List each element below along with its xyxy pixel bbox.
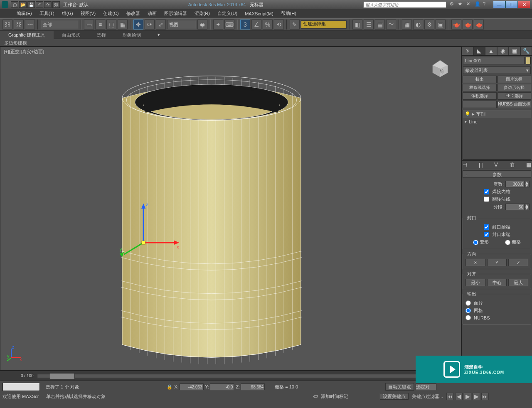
goto-start-icon[interactable]: ⏮ (446, 393, 454, 400)
render-setup-icon[interactable]: ⚙ (424, 20, 434, 29)
modifier-stack[interactable]: 💡▸车削 ▸Line (463, 110, 531, 160)
save-icon[interactable]: 💾 (27, 1, 35, 8)
percent-snap-icon[interactable]: % (263, 20, 273, 29)
menu-group[interactable]: 组(G) (62, 10, 73, 17)
render-production-icon[interactable]: 🫖 (463, 20, 473, 29)
cap-end-checkbox[interactable] (484, 232, 489, 237)
flip-normals-checkbox[interactable] (484, 197, 489, 202)
link-icon[interactable]: ⛓ (52, 1, 60, 8)
viewcube[interactable]: 前 (428, 55, 453, 80)
tab-freeform[interactable]: 自由形式 (54, 31, 89, 39)
named-selection-input[interactable]: 创建选择集 (301, 20, 347, 29)
tab-objectpaint[interactable]: 对象绘制 (114, 31, 149, 39)
window-crossing-icon[interactable]: ▦ (118, 20, 128, 29)
utilities-tab-icon[interactable]: 🔧 (520, 47, 532, 55)
maximize-button[interactable]: ☐ (505, 1, 518, 8)
select-name-icon[interactable]: ≡ (95, 20, 105, 29)
align-max-button[interactable]: 最大 (508, 279, 528, 286)
align-center-button[interactable]: 中心 (487, 279, 507, 286)
coord-x-input[interactable] (180, 383, 204, 390)
bind-spacewarp-icon[interactable]: 〰 (25, 20, 35, 29)
viewport[interactable]: [+][正交][真实+边面] (0, 47, 461, 371)
mod-extrude[interactable]: 挤出 (463, 76, 497, 83)
mod-splinesel[interactable]: 样条线选择 (463, 84, 497, 91)
schematic-icon[interactable]: ▦ (402, 20, 412, 29)
tab-selection[interactable]: 选择 (89, 31, 114, 39)
infocenter-icon[interactable]: ⚙ (450, 1, 456, 8)
axis-x-button[interactable]: X (466, 259, 485, 266)
keyboard-shortcut-icon[interactable]: ⌨ (224, 20, 234, 29)
tab-graphite[interactable]: Graphite 建模工具 (0, 31, 54, 39)
make-unique-icon[interactable]: ∀ (494, 162, 498, 168)
coord-y-input[interactable] (210, 383, 234, 390)
close-button[interactable]: ✕ (518, 1, 530, 8)
render-icon[interactable]: 🫖 (451, 20, 461, 29)
exchange-icon[interactable]: ✕ (466, 1, 473, 8)
stack-item-line[interactable]: ▸Line (463, 118, 531, 125)
axis-y-button[interactable]: Y (487, 259, 507, 266)
menu-modifiers[interactable]: 修改器 (126, 10, 140, 17)
menu-animation[interactable]: 动画 (148, 10, 157, 17)
create-tab-icon[interactable]: ✳ (462, 47, 473, 55)
app-icon[interactable] (2, 1, 8, 8)
selected-obj-field[interactable] (416, 383, 436, 390)
configure-icon[interactable]: ▦ (526, 162, 531, 168)
next-frame-icon[interactable]: ▶ (473, 393, 480, 400)
menu-create[interactable]: 创建(C) (103, 10, 118, 17)
menu-view[interactable]: 视图(V) (81, 10, 96, 17)
workspace-label[interactable]: 工作台: 默认 (63, 2, 89, 8)
align-min-button[interactable]: 最小 (466, 279, 485, 286)
mini-listener[interactable] (2, 383, 40, 391)
stack-item-lathe[interactable]: 💡▸车削 (463, 110, 531, 118)
pivot-icon[interactable]: ◉ (197, 20, 207, 29)
prev-frame-icon[interactable]: ◀ (455, 393, 463, 400)
play-icon[interactable]: ▶ (464, 393, 471, 400)
link-tool-icon[interactable]: ⛓ (2, 20, 12, 29)
show-result-icon[interactable]: ∏ (478, 162, 483, 168)
mod-patchsel[interactable]: 面片选择 (498, 76, 532, 83)
weld-core-checkbox[interactable] (484, 189, 489, 194)
menu-help[interactable]: 帮助(H) (281, 10, 296, 17)
viewport-label[interactable]: [+][正交][真实+边面] (4, 49, 44, 55)
mirror-icon[interactable]: ◧ (352, 20, 362, 29)
object-name-input[interactable] (463, 57, 525, 64)
star-icon[interactable]: ★ (458, 1, 465, 8)
menu-customize[interactable]: 自定义(U) (217, 10, 237, 17)
named-selection-edit-icon[interactable]: ✎ (290, 20, 300, 29)
motion-tab-icon[interactable]: ◉ (497, 47, 509, 55)
manipulate-icon[interactable]: ✦ (213, 20, 223, 29)
rotate-tool-icon[interactable]: ⟳ (145, 20, 155, 29)
modify-tab-icon[interactable]: ◣ (473, 47, 485, 55)
output-nurbs-radio[interactable] (466, 315, 471, 320)
move-tool-icon[interactable]: ✥ (133, 20, 143, 29)
add-time-tag[interactable]: 添加时间标记 (321, 393, 348, 400)
help-icon[interactable]: ? (483, 1, 490, 8)
snap-toggle-icon[interactable]: 3 (240, 20, 250, 29)
morph-radio[interactable] (473, 240, 478, 245)
mod-empty[interactable] (463, 101, 497, 108)
menu-maxscript[interactable]: MAXScript(M) (245, 11, 273, 16)
open-icon[interactable]: 📂 (19, 1, 27, 8)
output-mesh-radio[interactable] (466, 308, 471, 313)
lock-icon[interactable]: 🔒 (167, 384, 172, 390)
grid-radio[interactable] (505, 240, 510, 245)
ribbon-sub[interactable]: 多边形建模 (0, 39, 532, 47)
redo-icon[interactable]: ↷ (44, 1, 52, 8)
setkey-button[interactable]: 设置关键点 (380, 393, 409, 400)
unlink-tool-icon[interactable]: ⛓ (14, 20, 24, 29)
rollout-params-header[interactable]: 参数 (463, 170, 531, 178)
undo-icon[interactable]: ↶ (36, 1, 43, 8)
mod-ffdsel[interactable]: FFD 选择 (498, 92, 532, 100)
mod-polysel[interactable]: 多边形选择 (498, 84, 532, 91)
menu-tools[interactable]: 工具(T) (39, 10, 54, 17)
select-object-icon[interactable]: ▭ (84, 20, 94, 29)
selection-filter-dropdown[interactable]: 全部 (41, 20, 78, 29)
remove-mod-icon[interactable]: 🗑 (510, 162, 515, 168)
axis-z-button[interactable]: Z (508, 259, 528, 266)
angle-snap-icon[interactable]: ∠ (251, 20, 261, 29)
timetag-icon[interactable]: 🏷 (313, 394, 318, 399)
menu-edit[interactable]: 编辑(E) (17, 10, 32, 17)
spinner-snap-icon[interactable]: ⟲ (274, 20, 284, 29)
align-icon[interactable]: ☰ (364, 20, 374, 29)
cap-start-checkbox[interactable] (484, 224, 489, 230)
